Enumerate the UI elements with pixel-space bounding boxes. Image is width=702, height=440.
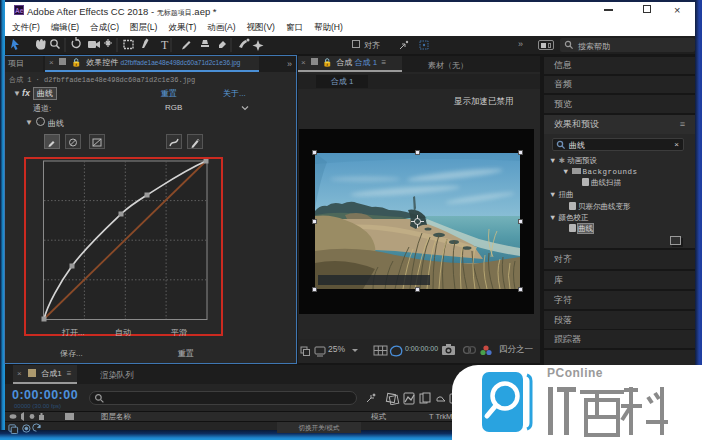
svg-text:T: T — [161, 38, 169, 52]
